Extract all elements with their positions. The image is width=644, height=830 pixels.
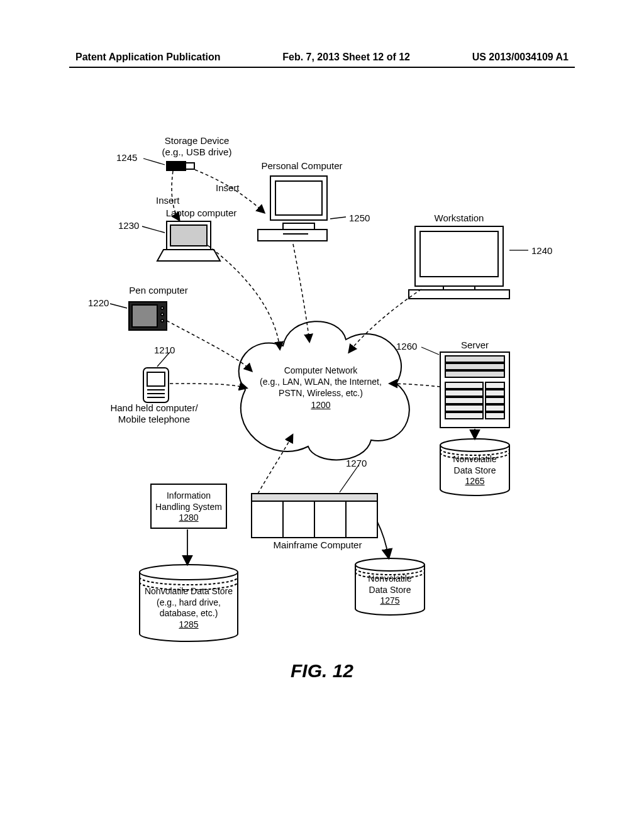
label-laptop: Laptop computer [164,208,239,219]
svg-rect-1 [186,163,194,169]
svg-rect-22 [409,290,509,299]
svg-rect-30 [486,390,504,396]
svg-rect-33 [445,405,483,411]
svg-line-56 [110,304,127,308]
ref-1220: 1220 [88,297,109,308]
label-server: Server [450,340,500,351]
label-storage-device: Storage Device(e.g., USB drive) [150,135,244,158]
header-center: Feb. 7, 2013 Sheet 12 of 12 [282,52,410,63]
label-mainframe: Mainframe Computer [270,540,365,551]
svg-rect-31 [445,397,483,404]
svg-line-54 [143,158,165,165]
svg-point-43 [440,439,509,451]
ref-1245: 1245 [116,152,137,163]
svg-rect-27 [445,382,483,389]
svg-rect-16 [283,223,314,230]
cloud-label: Computer Network (e.g., LAN, WLAN, the I… [252,365,390,411]
svg-rect-23 [440,352,509,428]
header-left: Patent Application Publication [75,52,221,63]
label-workstation: Workstation [421,213,497,224]
header-rule [69,67,575,68]
svg-rect-17 [258,230,327,241]
svg-point-7 [161,313,164,316]
ref-1230: 1230 [118,220,139,231]
svg-rect-37 [252,494,377,538]
svg-rect-35 [445,412,483,419]
svg-rect-21 [443,286,475,290]
ref-1270: 1270 [346,458,367,468]
svg-rect-25 [445,363,504,370]
svg-rect-29 [445,390,483,396]
figure-title: FIG. 12 [0,660,644,682]
svg-rect-0 [167,162,186,170]
svg-point-49 [140,565,238,580]
svg-line-55 [142,226,165,233]
svg-rect-14 [270,176,327,220]
svg-rect-4 [129,302,167,330]
label-nvds-mainframe: Nonvolatile Data Store 1275 [355,573,425,607]
svg-rect-15 [275,181,322,215]
ref-1240: 1240 [531,245,552,256]
ref-1210: 1210 [154,345,175,355]
svg-rect-32 [486,397,504,404]
svg-rect-24 [445,356,504,362]
svg-point-46 [355,558,425,571]
svg-line-60 [421,347,439,355]
label-ihs: Information Handling System 1280 [151,490,226,524]
svg-line-61 [340,465,358,492]
svg-rect-2 [167,221,211,250]
svg-point-8 [161,319,164,322]
svg-rect-28 [486,382,504,389]
svg-rect-34 [486,405,504,411]
label-handheld: Hand held computer/Mobile telephone [104,402,204,425]
svg-rect-9 [143,368,169,402]
label-nvds-ihs: Nonvolatile Data Store (e.g., hard drive… [140,586,238,630]
svg-rect-20 [420,231,498,277]
label-insert-pc: Insert [216,182,240,194]
svg-rect-36 [486,412,504,419]
ref-1250: 1250 [349,213,370,223]
header-right: US 2013/0034109 A1 [472,52,569,63]
label-insert-laptop: Insert [156,195,180,206]
svg-line-58 [330,217,346,219]
svg-rect-10 [147,372,165,386]
svg-rect-26 [445,371,504,377]
svg-rect-38 [252,494,377,501]
label-personal-computer: Personal Computer [258,160,346,172]
network-diagram: Storage Device(e.g., USB drive) 1245 Per… [69,119,572,685]
ref-1260: 1260 [396,341,417,351]
svg-rect-5 [132,305,157,327]
label-nvds-server: Nonvolatile Data Store 1265 [440,454,509,487]
svg-rect-19 [415,226,503,286]
label-pen-computer: Pen computer [121,285,196,296]
svg-rect-3 [170,225,207,246]
svg-point-6 [161,307,164,309]
